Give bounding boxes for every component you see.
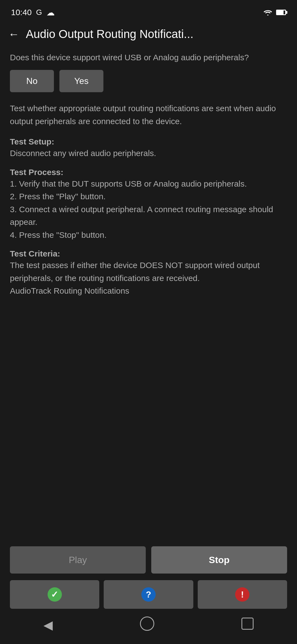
yes-button[interactable]: Yes (59, 70, 103, 92)
answer-button-row: No Yes (10, 70, 287, 92)
stop-button[interactable]: Stop (151, 546, 287, 574)
exclamation-icon: ! (241, 590, 244, 600)
main-description: Test whether appropriate output routing … (10, 102, 287, 128)
nav-bar: ◀ (0, 609, 297, 644)
check-icon: ✓ (51, 589, 58, 600)
controls-area: Play Stop ✓ ? ! (0, 535, 297, 609)
pass-icon: ✓ (48, 587, 62, 602)
play-button[interactable]: Play (10, 546, 146, 574)
cloud-icon: ☁ (46, 8, 55, 17)
nav-back-button[interactable]: ◀ (43, 618, 53, 632)
wifi-icon (263, 9, 273, 16)
no-button[interactable]: No (10, 70, 54, 92)
status-bar-right (263, 9, 286, 16)
nav-home-button[interactable] (140, 616, 154, 633)
main-content: Does this device support wired USB or An… (0, 49, 297, 535)
status-bar: 10:40 G ☁ (0, 0, 297, 22)
result-row: ✓ ? ! (10, 580, 287, 609)
pass-button[interactable]: ✓ (10, 580, 99, 609)
google-icon: G (36, 8, 42, 17)
error-icon: ! (235, 587, 249, 602)
status-bar-left: 10:40 G ☁ (11, 8, 55, 17)
question-icon: ? (146, 590, 151, 600)
back-button[interactable]: ← (8, 28, 19, 40)
question-text: Does this device support wired USB or An… (10, 52, 287, 63)
error-button[interactable]: ! (198, 580, 287, 609)
test-setup-body: Disconnect any wired audio peripherals. (10, 147, 287, 160)
test-setup-label: Test Setup: (10, 137, 287, 146)
test-process-body: 1. Verify that the DUT supports USB or A… (10, 178, 287, 242)
status-time: 10:40 (11, 8, 32, 17)
info-button[interactable]: ? (104, 580, 193, 609)
battery-icon (276, 10, 286, 15)
test-criteria-body: The test passes if either the device DOE… (10, 259, 287, 298)
test-criteria-label: Test Criteria: (10, 249, 287, 258)
test-process-label: Test Process: (10, 168, 287, 177)
page-title: Audio Output Routing Notificati... (26, 28, 193, 41)
page-header: ← Audio Output Routing Notificati... (0, 22, 297, 49)
play-stop-row: Play Stop (10, 546, 287, 574)
nav-recent-button[interactable] (241, 618, 254, 632)
info-icon: ? (141, 587, 156, 602)
